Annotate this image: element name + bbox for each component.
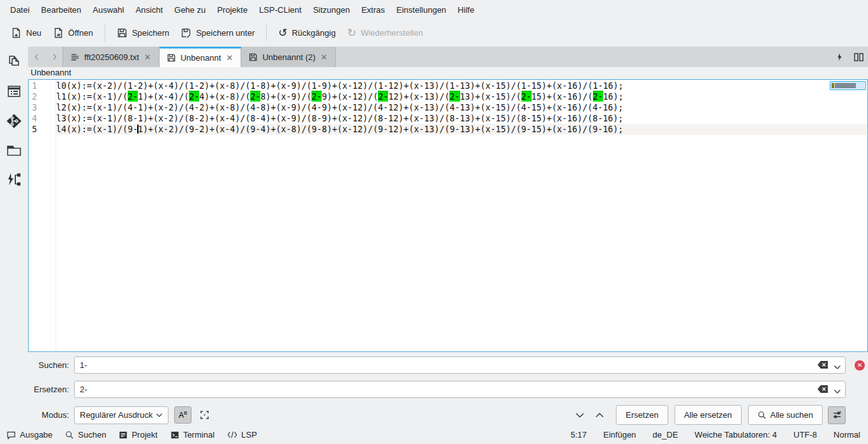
code-line[interactable]: l3(x):=(x-1)/(8-1)+(x-2)/(8-2)+(x-4)/(8-…	[56, 113, 867, 124]
new-document-icon	[11, 27, 22, 38]
line-number[interactable]: 4	[32, 113, 56, 124]
mode-label: Modus:	[32, 410, 69, 420]
search-panel-toggle[interactable]: Suchen	[65, 430, 106, 440]
chevron-down-icon	[156, 413, 163, 418]
open-document-icon	[53, 27, 64, 38]
save-as-button[interactable]: Speichern unter	[175, 23, 260, 43]
terminal-icon	[170, 431, 179, 440]
line-number[interactable]: 5	[32, 124, 56, 135]
search-icon	[758, 411, 767, 420]
search-replace-panel: Suchen: ✕ Ersetzen:	[28, 352, 868, 425]
line-number[interactable]: 3	[32, 102, 56, 113]
scrollbar-minimap[interactable]	[830, 81, 866, 90]
close-search-bar-icon[interactable]: ✕	[855, 360, 865, 371]
save-as-icon	[181, 27, 191, 38]
tab-mode-status[interactable]: Weiche Tabulatoren: 4	[694, 430, 777, 440]
line-number[interactable]: 2	[32, 91, 56, 102]
clear-replace-icon[interactable]	[817, 385, 828, 395]
undo-button[interactable]: ↺ Rückgängig	[273, 23, 341, 43]
filesystem-sidebar-icon[interactable]	[6, 142, 22, 158]
replace-button[interactable]: Ersetzen	[616, 405, 668, 425]
lsp-panel-toggle[interactable]: LSP	[227, 430, 257, 440]
new-button[interactable]: Neu	[5, 23, 47, 43]
undo-icon: ↺	[278, 27, 287, 38]
code-lines[interactable]: l0(x):=(x-2)/(1-2)+(x-4)/(1-2)+(x-8)/(1-…	[56, 80, 867, 351]
menu-bar: Datei Bearbeiten Auswahl Ansicht Gehe zu…	[0, 0, 868, 19]
tab-unbenannt[interactable]: Unbenannt ✕	[160, 47, 242, 67]
menu-bearbeiten[interactable]: Bearbeiten	[35, 2, 87, 18]
main-toolbar: Neu Öffnen Speichern Speichern unter ↺ R…	[0, 19, 868, 47]
redo-button[interactable]: ↻ Wiederherstellen	[341, 23, 429, 43]
editor-view[interactable]: 12345 l0(x):=(x-2)/(1-2)+(x-4)/(1-2)+(x-…	[28, 79, 868, 352]
replace-all-button[interactable]: Alle ersetzen	[675, 405, 742, 425]
git-sidebar-icon[interactable]	[6, 113, 22, 129]
menu-lsp-client[interactable]: LSP-CLient	[253, 2, 307, 18]
code-line[interactable]: l1(x):=(x-1)/(2-1)+(x-4)/(2-4)+(x-8)/(2-…	[56, 91, 867, 102]
encoding-status[interactable]: UTF-8	[793, 430, 817, 440]
code-icon	[227, 431, 237, 439]
menu-sitzungen[interactable]: Sitzungen	[307, 2, 355, 18]
menu-ansicht[interactable]: Ansicht	[130, 2, 168, 18]
left-sidebar	[0, 47, 28, 425]
toolbar-separator	[105, 24, 105, 42]
find-previous-icon[interactable]	[590, 412, 610, 418]
menu-hilfe[interactable]: Hilfe	[452, 2, 480, 18]
document-path: Unbenannt	[28, 67, 868, 79]
tabbar-spacer	[336, 47, 830, 67]
project-panel-toggle[interactable]: Projekt	[119, 430, 157, 440]
dictionary-status[interactable]: de_DE	[653, 430, 678, 440]
menu-auswahl[interactable]: Auswahl	[87, 2, 130, 18]
tab-close-icon[interactable]: ✕	[320, 53, 328, 61]
external-tools-sidebar-icon[interactable]	[6, 172, 22, 188]
line-numbers[interactable]: 12345	[29, 80, 56, 351]
insert-mode-status[interactable]: Einfügen	[603, 430, 636, 440]
replace-input[interactable]	[74, 381, 846, 398]
edit-mode-status[interactable]: Normal	[834, 430, 860, 440]
search-options-icon[interactable]	[828, 406, 846, 424]
find-next-icon[interactable]	[570, 412, 590, 418]
tab-fft20250609[interactable]: fft20250609.txt ✕	[63, 47, 160, 67]
split-view-icon[interactable]	[849, 47, 868, 67]
status-bar: Ausgabe Suchen Projekt Terminal LSP 5:17…	[0, 425, 868, 444]
code-line[interactable]: l0(x):=(x-2)/(1-2)+(x-4)/(1-2)+(x-8)/(1-…	[56, 80, 867, 91]
documents-sidebar-icon[interactable]	[6, 54, 22, 70]
line-number[interactable]: 1	[32, 80, 56, 91]
replace-history-chevron-icon[interactable]	[834, 387, 841, 396]
toolbar-separator	[266, 24, 267, 42]
code-line[interactable]: l4(x):=(x-1)/(9-1)+(x-2)/(9-2)+(x-4)/(9-…	[56, 124, 867, 135]
match-case-button[interactable]: AB	[174, 406, 191, 424]
menu-extras[interactable]: Extras	[355, 2, 391, 18]
modified-lines-marker	[832, 83, 834, 88]
replace-label: Ersetzen:	[32, 385, 69, 394]
tab-close-icon[interactable]: ✕	[225, 54, 234, 62]
list-text-icon	[70, 52, 80, 62]
search-icon	[65, 431, 74, 440]
tab-back-button[interactable]	[28, 47, 45, 67]
cursor-position-status[interactable]: 5:17	[571, 430, 587, 440]
open-button[interactable]: Öffnen	[47, 23, 99, 43]
search-input[interactable]	[74, 356, 846, 374]
output-panel-toggle[interactable]: Ausgabe	[6, 430, 52, 440]
floppy-icon	[248, 52, 258, 62]
menu-projekte[interactable]: Projekte	[211, 2, 253, 18]
clear-search-icon[interactable]	[817, 360, 828, 371]
tab-unbenannt-2[interactable]: Unbenannt (2) ✕	[241, 47, 336, 67]
find-all-button[interactable]: Alle suchen	[748, 405, 823, 425]
outline-list-sidebar-icon[interactable]	[6, 84, 22, 100]
selection-only-icon[interactable]	[197, 410, 213, 420]
menu-gehe-zu[interactable]: Gehe zu	[168, 2, 211, 18]
terminal-panel-toggle[interactable]: Terminal	[170, 430, 214, 440]
minimap-text-block	[835, 83, 856, 88]
search-history-chevron-icon[interactable]	[834, 362, 841, 372]
save-button[interactable]: Speichern	[111, 23, 176, 43]
menu-datei[interactable]: Datei	[4, 2, 35, 18]
code-line[interactable]: l2(x):=(x-1)/(4-1)+(x-2)/(4-2)+(x-8)/(4-…	[56, 102, 867, 113]
quick-open-icon[interactable]	[830, 47, 849, 67]
menu-einstellungen[interactable]: Einstellungen	[391, 2, 452, 18]
text-cursor	[137, 125, 138, 134]
search-label: Suchen:	[32, 360, 69, 370]
project-list-icon	[119, 431, 128, 440]
search-mode-select[interactable]: Regulärer Ausdruck	[74, 406, 168, 424]
tab-forward-button[interactable]	[45, 47, 63, 67]
tab-close-icon[interactable]: ✕	[144, 53, 152, 61]
